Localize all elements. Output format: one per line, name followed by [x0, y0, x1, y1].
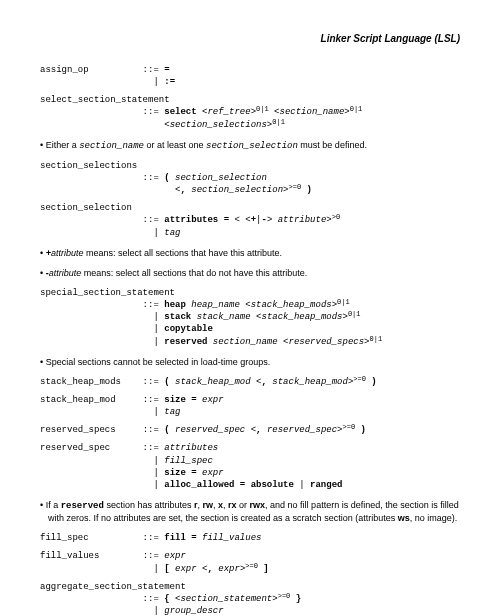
- note-section-name: • Either a section_name or at least one …: [40, 139, 460, 152]
- rule-name: stack_heap_mods: [40, 377, 121, 387]
- rule-name: stack_heap_mod: [40, 395, 116, 405]
- rule-name: section_selection: [40, 203, 132, 213]
- note-reserved: • If a reserved section has attributes r…: [40, 499, 460, 524]
- rule-name: fill_values: [40, 551, 99, 561]
- rule-name: reserved_spec: [40, 443, 110, 453]
- grammar-stack-heap-mod: stack_heap_mod ::= size = expr | tag: [40, 394, 460, 418]
- grammar-fill-values: fill_values ::= expr | [ expr <, expr>>=…: [40, 550, 460, 574]
- note-special-sections: • Special sections cannot be selected in…: [40, 356, 460, 368]
- rule-name: fill_spec: [40, 533, 89, 543]
- grammar-fill-spec: fill_spec ::= fill = fill_values: [40, 532, 460, 544]
- note-plus-attribute: • +attribute means: select all sections …: [40, 247, 460, 259]
- rule-name: select_section_statement: [40, 95, 170, 105]
- grammar-section-selection: section_selection ::= attributes = < <+|…: [40, 202, 460, 238]
- note-minus-attribute: • -attribute means: select all sections …: [40, 267, 460, 279]
- rule-name: special_section_statement: [40, 288, 175, 298]
- grammar-reserved-specs: reserved_specs ::= ( reserved_spec <, re…: [40, 424, 460, 436]
- rule-name: reserved_specs: [40, 425, 116, 435]
- page-header: Linker Script Language (LSL): [40, 32, 460, 46]
- grammar-select-section-statement: select_section_statement ::= select <ref…: [40, 94, 460, 130]
- grammar-reserved-spec: reserved_spec ::= attributes | fill_spec…: [40, 442, 460, 491]
- grammar-aggregate-section-statement: aggregate_section_statement ::= { <secti…: [40, 581, 460, 616]
- grammar-special-section-statement: special_section_statement ::= heap heap_…: [40, 287, 460, 348]
- grammar-assign-op: assign_op ::= = | :=: [40, 64, 460, 88]
- rule-name: assign_op: [40, 65, 89, 75]
- grammar-section-selections: section_selections ::= ( section_selecti…: [40, 160, 460, 196]
- rule-name: aggregate_section_statement: [40, 582, 186, 592]
- rule-name: section_selections: [40, 161, 137, 171]
- grammar-stack-heap-mods: stack_heap_mods ::= ( stack_heap_mod <, …: [40, 376, 460, 388]
